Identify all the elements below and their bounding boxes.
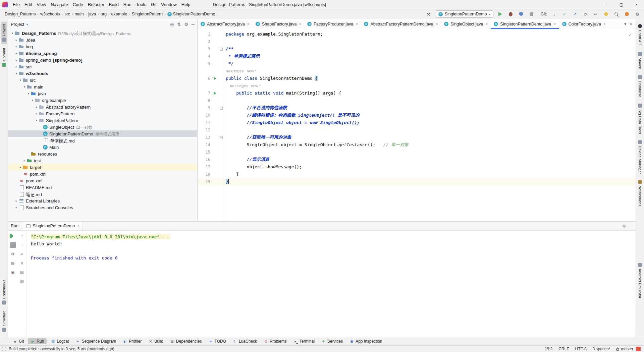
tree-expanded-icon[interactable]: ▾ [22,85,27,89]
code-line[interactable]: 3−/** [198,45,636,53]
select-opened-file-icon[interactable]: ◎ [170,22,174,27]
annotate-icon[interactable] [603,11,609,17]
status-indent-style[interactable]: 3 spaces* [593,347,610,351]
menu-refactor[interactable]: Refactor [86,1,107,8]
editor-tab-factoryproducer-java[interactable]: CFactoryProducer.java× [304,19,361,29]
git-history-icon[interactable]: ↺ [582,11,589,17]
code-line[interactable]: 10 //编译时错误：构造函数 SingleObject() 是不可见的 [198,112,636,119]
tool-stripe-project[interactable]: Project [1,22,7,44]
code-line[interactable]: 17 object.showMessage(); [198,163,636,171]
toolwindow-button-git[interactable]: ◆Git [10,338,26,344]
toolwindow-button-todo[interactable]: ≡TODO [206,338,229,344]
close-icon[interactable]: × [299,22,301,26]
tree-item-abstractfactorypattern[interactable]: ▸AbstractFactoryPattern [8,104,197,110]
tree-item-md[interactable]: 单例模式.md [8,137,197,144]
breadcrumb-singletonpattern[interactable]: SingletonPattern [132,12,163,16]
git-push-icon[interactable]: ↗ [572,11,578,17]
run-toolbar-pin-icon[interactable]: ▣ [10,270,16,275]
code-line[interactable]: 11 //SingleObject object = new SingleObj… [198,119,636,126]
code-line[interactable]: 2 [198,38,636,45]
tree-item-org-example[interactable]: ▾org.example [8,97,197,104]
tree-expanded-icon[interactable]: ▾ [30,99,35,102]
hide-panel-icon[interactable]: ─ [630,224,633,229]
close-icon[interactable]: × [554,22,556,26]
fold-icon[interactable]: − [220,48,223,51]
minimize-button[interactable]: – [599,0,614,9]
tool-stripe-commit[interactable]: Commit [1,46,7,69]
run-console-tab[interactable]: SingletonPatternDemo × [23,222,83,230]
breadcrumb-singletonpatterndemo[interactable]: CSingletonPatternDemo [167,12,215,16]
toolwindow-button-services[interactable]: ⚙Services [319,338,345,344]
tree-item-target[interactable]: ▸target [8,164,197,171]
hide-panel-icon[interactable]: ─ [192,22,195,27]
tree-item-readme-md[interactable]: README.md [8,184,197,191]
stop-button[interactable] [528,11,535,17]
more-icon[interactable]: ≡ [630,21,632,26]
breadcrumb-main[interactable]: main [74,12,84,16]
status-file-encoding[interactable]: UTF-8 [575,347,587,351]
editor-tab-singleobject-java[interactable]: CSingleObject.java× [441,19,491,29]
status-line-separator[interactable]: CRLF [558,347,569,351]
menu-navigate[interactable]: Navigate [48,1,70,8]
tree-expanded-icon[interactable]: ▾ [10,32,15,35]
menu-window[interactable]: Window [159,1,179,8]
fold-icon[interactable]: − [220,136,223,139]
tree-collapsed-icon[interactable]: ▸ [34,112,39,115]
tree-item-singletonpatterndemo[interactable]: CSingletonPatternDemo单例模式演示 [8,130,197,137]
gear-icon[interactable]: ⚙ [622,224,626,229]
tree-collapsed-icon[interactable]: ▸ [14,45,19,48]
git-update-icon[interactable]: ↓ [551,11,557,17]
run-toolbar-stop-icon[interactable] [10,242,16,248]
close-icon[interactable]: × [485,22,488,26]
close-icon[interactable]: × [603,22,606,26]
tree-item-itheima-spring[interactable]: ▸itheima_spring [8,50,197,57]
tool-stripe-notifications[interactable]: Notifications [637,177,643,209]
tree-item-design-patterns[interactable]: ▾Design_PatternsD:\Study\设计模式\黑马\Design_… [8,30,197,37]
breadcrumb-design-patterns[interactable]: Design_Patterns [5,12,36,16]
status-caret-position[interactable]: 19:2 [545,347,552,351]
code-line[interactable]: 8 [198,97,636,104]
toolwindow-button-build[interactable]: ⚒Build [146,338,166,344]
breadcrumb-w3schools[interactable]: w3schools [40,12,60,16]
code-line[interactable]: 13− //获取唯一可用的对象 [198,134,636,141]
run-line-icon[interactable] [214,77,216,80]
gear-icon[interactable]: ⚙ [184,22,188,27]
tree-item-main[interactable]: ▾main [8,83,197,90]
menu-tools[interactable]: Tools [134,1,149,8]
tree-item-main[interactable]: CMain [8,144,197,151]
tree-item-factorypattern[interactable]: ▸FactoryPattern [8,110,197,117]
code-line[interactable]: 1package org.example.SingletonPattern; [198,31,636,38]
code-line[interactable]: 12 [198,126,636,134]
code-line[interactable]: 6public class SingletonPatternDemo { [198,75,636,82]
tree-item-img[interactable]: ▸img [8,43,197,50]
breadcrumb-example[interactable]: example [111,12,127,16]
breadcrumb-src[interactable]: src [64,12,70,16]
toolwindow-button-terminal[interactable]: >_Terminal [291,338,317,344]
tool-stripe-device-manager[interactable]: Device Manager [637,138,643,176]
menu-code[interactable]: Code [70,1,86,8]
run-line-icon[interactable] [214,92,216,95]
close-icon[interactable]: × [247,22,250,26]
toolwindow-button-luacheck[interactable]: ☾LuaCheck [230,338,260,344]
tree-item-spring-demo[interactable]: ▸spring_demo[spring-demo] [8,57,197,63]
run-console-output[interactable]: "C:\Program Files\Java\jdk1.8.0_201\bin\… [27,231,636,337]
tree-item-md[interactable]: 笔记.md [8,191,197,197]
close-icon[interactable]: × [356,22,358,26]
code-line[interactable]: 5 */ [198,60,636,67]
tree-item-pom-xml[interactable]: mpom.xml [8,171,197,177]
toolwindow-switcher-icon[interactable] [2,347,6,351]
build-hammer-icon[interactable]: ⚒ [425,11,432,17]
inspection-ok-icon[interactable]: ✓ [629,32,632,37]
settings-gear-icon[interactable]: ⚙ [634,11,641,17]
toolwindow-button-dependencies[interactable]: ▦Dependencies [167,338,205,344]
editor-tab-shapefactory-java[interactable]: CShapeFactory.java× [253,19,304,29]
close-icon[interactable]: × [436,22,438,26]
menu-git[interactable]: Git [149,1,159,8]
tree-item-test[interactable]: ▸test [8,157,197,164]
tree-collapsed-icon[interactable]: ▸ [14,58,19,62]
tree-item-external-libraries[interactable]: ▸External Libraries [8,197,197,204]
run-button[interactable] [497,11,504,17]
console-down-stack-icon[interactable]: ↓ [19,242,25,248]
status-git-branch[interactable]: master [616,347,633,351]
tree-expanded-icon[interactable]: ▾ [26,92,31,95]
